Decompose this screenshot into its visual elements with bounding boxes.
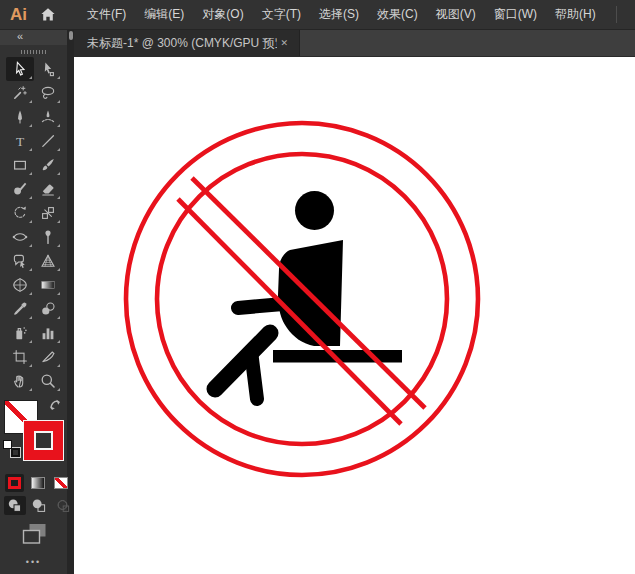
tab-close-icon[interactable]: ✕ (277, 36, 291, 50)
mesh-tool[interactable] (6, 273, 34, 297)
menu-object[interactable]: 对象(O) (193, 0, 252, 29)
menu-help[interactable]: 帮助(H) (546, 0, 605, 29)
tools-panel: « T (0, 30, 74, 574)
edit-toolbar-button[interactable]: ••• (0, 557, 67, 567)
document-tab[interactable]: 未标题-1* @ 300% (CMYK/GPU 预览) ✕ (74, 30, 300, 56)
document-area: 未标题-1* @ 300% (CMYK/GPU 预览) ✕ (74, 30, 635, 574)
menu-bar: Ai 文件(F)编辑(E)对象(O)文字(T)选择(S)效果(C)视图(V)窗口… (0, 0, 635, 30)
blend-tool[interactable] (34, 297, 62, 321)
tool-grid: T (0, 57, 67, 393)
curvature-tool[interactable] (34, 105, 62, 129)
menubar-divider-right (616, 6, 617, 23)
stroke-swatch-hole (34, 431, 53, 450)
gradient-button[interactable] (28, 474, 47, 492)
shape-builder-tool[interactable] (6, 249, 34, 273)
figure-arm (238, 304, 283, 308)
change-screen-mode-icon[interactable] (22, 523, 48, 545)
eyedropper-tool[interactable] (6, 297, 34, 321)
line-segment-tool[interactable] (34, 129, 62, 153)
paintbrush-tool[interactable] (34, 153, 62, 177)
menu-type[interactable]: 文字(T) (253, 0, 310, 29)
fill-stroke-indicator (0, 398, 74, 468)
menu-window[interactable]: 窗口(W) (485, 0, 546, 29)
home-icon[interactable] (40, 7, 56, 22)
panel-drag-grip[interactable] (21, 50, 47, 54)
document-tab-title: 未标题-1* @ 300% (CMYK/GPU 预览) (87, 35, 277, 52)
document-tab-bar: 未标题-1* @ 300% (CMYK/GPU 预览) ✕ (74, 30, 635, 57)
drawing-mode-buttons (4, 496, 74, 515)
figure-shin (251, 351, 257, 399)
width-tool[interactable] (6, 225, 34, 249)
scale-tool[interactable] (34, 201, 62, 225)
symbol-sprayer-tool[interactable] (6, 321, 34, 345)
appearance-buttons (5, 474, 74, 492)
selection-tool[interactable] (6, 57, 34, 81)
puppet-warp-tool[interactable] (34, 225, 62, 249)
artboard-tool[interactable] (6, 345, 34, 369)
default-fill-stroke-icon[interactable] (3, 440, 20, 457)
menu-effect[interactable]: 效果(C) (368, 0, 427, 29)
rectangle-tool[interactable] (6, 153, 34, 177)
menu-select[interactable]: 选择(S) (310, 0, 368, 29)
color-button-icon (8, 477, 21, 489)
draw-inside-button (52, 496, 74, 515)
draw-normal-button[interactable] (4, 496, 26, 515)
slice-tool[interactable] (34, 345, 62, 369)
svg-text:T: T (15, 134, 24, 149)
zoom-tool[interactable] (34, 369, 62, 393)
column-graph-tool[interactable] (34, 321, 62, 345)
magic-wand-tool[interactable] (6, 81, 34, 105)
gradient-tool[interactable] (34, 273, 62, 297)
artwork-no-sitting-sign[interactable] (74, 57, 635, 574)
rotate-tool[interactable] (6, 201, 34, 225)
eraser-tool[interactable] (34, 177, 62, 201)
illustrator-window: Ai 文件(F)编辑(E)对象(O)文字(T)选择(S)效果(C)视图(V)窗口… (0, 0, 635, 574)
type-tool[interactable]: T (6, 129, 34, 153)
gradient-button-icon (31, 477, 45, 489)
perspective-grid-tool[interactable] (34, 249, 62, 273)
artboard-canvas[interactable] (74, 57, 635, 574)
menu-edit[interactable]: 编辑(E) (135, 0, 193, 29)
pen-tool[interactable] (6, 105, 34, 129)
menu-view[interactable]: 视图(V) (427, 0, 485, 29)
none-button[interactable] (51, 474, 70, 492)
app-logo[interactable]: Ai (10, 5, 27, 25)
menu-items: 文件(F)编辑(E)对象(O)文字(T)选择(S)效果(C)视图(V)窗口(W)… (78, 0, 605, 29)
stroke-swatch-red[interactable] (23, 420, 64, 461)
lasso-tool[interactable] (34, 81, 62, 105)
scrollbar-nub[interactable] (69, 31, 73, 40)
shaper-tool[interactable] (6, 177, 34, 201)
figure-head (295, 191, 334, 230)
menubar-right (605, 6, 635, 23)
direct-selection-tool[interactable] (34, 57, 62, 81)
hand-tool[interactable] (6, 369, 34, 393)
collapse-panel-button[interactable]: « (0, 30, 67, 45)
none-button-icon (54, 477, 68, 489)
swap-fill-stroke-icon[interactable] (49, 399, 63, 417)
color-button[interactable] (5, 474, 24, 492)
draw-behind-button[interactable] (28, 496, 50, 515)
menu-file[interactable]: 文件(F) (78, 0, 135, 29)
